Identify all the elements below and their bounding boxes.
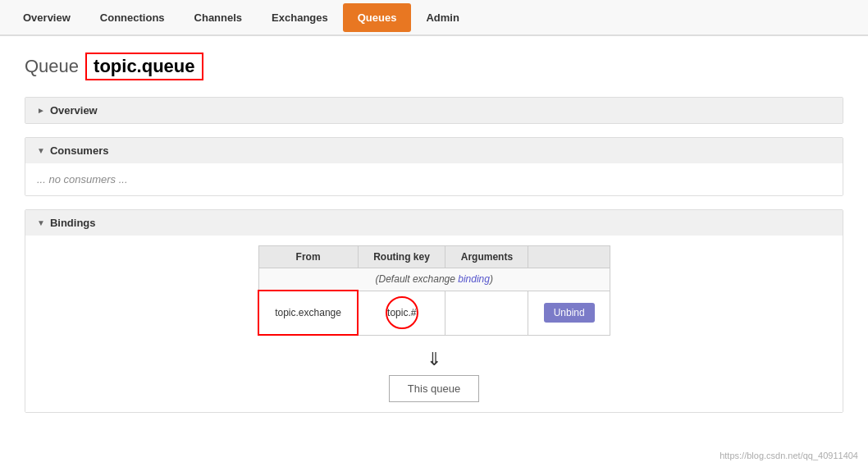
queue-label: Queue (25, 56, 79, 77)
nav-connections[interactable]: Connections (85, 3, 180, 32)
default-exchange-text: (Default exchange binding) (376, 273, 493, 285)
table-row: topic.exchange topic.# Unbind (258, 291, 610, 335)
flow-section: ⇓ This queue (37, 344, 831, 402)
overview-section-label: Overview (50, 104, 98, 117)
bindings-section-label: Bindings (50, 217, 96, 229)
bindings-section-header[interactable]: ▼ Bindings (25, 210, 843, 236)
arguments-cell (445, 291, 528, 335)
down-arrow-icon: ⇓ (427, 349, 441, 370)
col-arguments: Arguments (445, 246, 528, 268)
footer-watermark: https://blog.csdn.net/qq_40911404 (720, 451, 858, 460)
bindings-section: ▼ Bindings From Routing key Arguments (25, 209, 843, 413)
exchange-name: topic.exchange (275, 307, 341, 318)
col-actions (528, 246, 610, 268)
nav-channels[interactable]: Channels (180, 3, 258, 32)
no-consumers-text: ... no consumers ... (37, 173, 128, 185)
overview-arrow: ► (37, 106, 45, 115)
overview-section: ► Overview (25, 97, 843, 124)
queue-name: topic.queue (85, 53, 203, 80)
consumers-section-label: Consumers (50, 144, 109, 157)
this-queue-label: This queue (408, 382, 460, 395)
unbind-cell: Unbind (528, 291, 610, 335)
consumers-section-header[interactable]: ▼ Consumers (25, 138, 843, 163)
nav-queues[interactable]: Queues (343, 3, 412, 32)
page-content: Queue topic.queue ► Overview ▼ Consumers… (0, 36, 868, 442)
consumers-arrow: ▼ (37, 146, 45, 155)
nav-exchanges[interactable]: Exchanges (257, 3, 343, 32)
col-from: From (258, 246, 358, 268)
this-queue-box: This queue (389, 375, 479, 402)
bindings-arrow: ▼ (37, 218, 45, 227)
consumers-section-body: ... no consumers ... (25, 163, 843, 195)
page-title-row: Queue topic.queue (25, 53, 843, 80)
binding-link[interactable]: binding (458, 273, 490, 285)
exchange-name-cell: topic.exchange (258, 291, 358, 335)
nav-overview[interactable]: Overview (8, 3, 85, 32)
default-exchange-cell: (Default exchange binding) (258, 268, 610, 291)
unbind-button[interactable]: Unbind (544, 303, 595, 323)
consumers-section: ▼ Consumers ... no consumers ... (25, 137, 843, 196)
default-exchange-row: (Default exchange binding) (258, 268, 610, 291)
nav-bar: Overview Connections Channels Exchanges … (0, 0, 868, 36)
routing-key-circle (386, 296, 418, 329)
bindings-table: From Routing key Arguments (Default exch… (258, 245, 610, 336)
overview-section-header[interactable]: ► Overview (25, 98, 843, 123)
bindings-section-body: From Routing key Arguments (Default exch… (25, 236, 843, 412)
nav-admin[interactable]: Admin (411, 3, 473, 32)
col-routing-key: Routing key (358, 246, 445, 268)
routing-key-cell: topic.# (358, 291, 445, 335)
